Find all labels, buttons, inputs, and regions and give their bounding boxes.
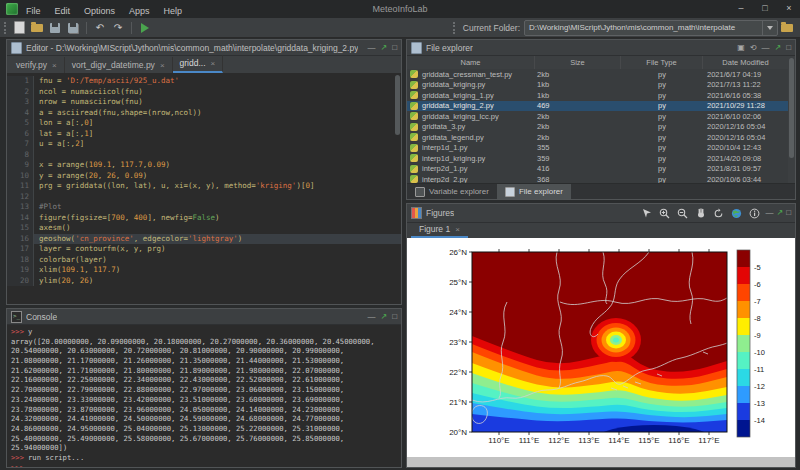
undo-button[interactable]: ↶ (92, 20, 108, 35)
current-folder-combobox[interactable]: D:\Working\MIScript\Jython\mis\common_ma… (524, 20, 778, 36)
globe-icon[interactable] (729, 206, 744, 220)
code-text: figure(figsize=[700, 400], newfig=False) (34, 213, 220, 224)
python-file-icon (410, 144, 418, 152)
console-line: 21.62000000, 21.71000000, 21.80000000, 2… (11, 366, 401, 376)
column-header-date-modified[interactable]: Date Modified (703, 56, 788, 69)
close-figure-icon[interactable]: × (455, 225, 460, 234)
editor-tab-gridd-[interactable]: gridd...× (173, 55, 224, 73)
table-row[interactable]: interp2d_1.py416py2021/8/31 09:57 (407, 164, 788, 175)
code-editor[interactable]: 1fnu = 'D:/Temp/ascii/925_u.dat'2ncol = … (7, 73, 401, 304)
refresh-icon[interactable]: ⟲ (750, 43, 757, 53)
minimize-panel-icon[interactable]: — (367, 312, 375, 322)
tab-figure-1[interactable]: Figure 1 × (411, 222, 468, 238)
pointer-icon[interactable] (639, 206, 654, 220)
editor-panel: Editor - D:\Working\MIScript\Jython\mis\… (6, 39, 402, 305)
float-panel-icon[interactable]: ↗ (380, 312, 387, 322)
zoom-in-icon[interactable] (657, 206, 672, 220)
editor-tab-verify-py[interactable]: verify.py× (9, 57, 65, 73)
chevron-down-icon[interactable] (762, 21, 777, 35)
minimize-icon[interactable]: – (730, 1, 752, 17)
menu-options[interactable]: Options (84, 6, 115, 16)
maximize-panel-icon[interactable]: □ (786, 43, 791, 53)
close-tab-icon[interactable]: × (52, 61, 57, 70)
minimize-panel-icon[interactable]: — (765, 208, 773, 218)
redo-button[interactable]: ↷ (110, 20, 126, 35)
code-segment: ] (310, 181, 315, 190)
close-icon[interactable]: × (778, 1, 800, 17)
column-header-name[interactable]: Name (407, 56, 535, 69)
close-tab-icon[interactable]: × (160, 61, 165, 70)
console-text: array([20.00000000, 20.09000000, 20.1800… (11, 337, 375, 346)
code-text: y = arange(20, 26, 0.09) (34, 171, 147, 182)
svg-text:-11: -11 (754, 365, 764, 374)
table-row[interactable]: griddata_kriging_1.py1kbpy2021/6/16 05:3… (407, 90, 788, 101)
console-text: y (28, 327, 32, 336)
code-segment: 109.1 (62, 265, 85, 274)
minimize-panel-icon[interactable]: — (761, 43, 769, 53)
save-all-button[interactable] (65, 20, 81, 35)
file-table-header[interactable]: NameSizeFile TypeDate Modified (407, 56, 788, 70)
menu-file[interactable]: File (26, 6, 41, 16)
table-row[interactable]: griddata_kriging_lcc.py2kbpy2021/6/10 02… (407, 111, 788, 122)
table-row[interactable]: gridtata_legend.py2kbpy2020/12/16 05:04 (407, 132, 788, 143)
code-segment: ) (165, 160, 170, 169)
figure-tab-label: Figure 1 (419, 224, 450, 234)
code-segment: 20 (62, 276, 71, 285)
minimize-panel-icon[interactable]: — (367, 43, 375, 53)
console-output[interactable]: >>>yarray([20.00000000, 20.09000000, 20.… (7, 325, 401, 467)
tab-variable-explorer[interactable]: Variable explorer (407, 184, 497, 199)
pan-hand-icon[interactable] (693, 206, 708, 220)
file-date-cell: 2020/12/16 05:04 (703, 133, 788, 142)
file-type-cell: py (621, 154, 703, 163)
code-line: 10y = arange(20, 26, 0.09) (7, 171, 401, 182)
run-script-button[interactable] (137, 20, 153, 35)
menu-help[interactable]: Help (164, 6, 183, 16)
open-file-button[interactable] (29, 20, 45, 35)
maximize-panel-icon[interactable]: □ (392, 312, 397, 322)
table-row[interactable]: griddata_cressman_test.py2kbpy2021/6/17 … (407, 69, 788, 80)
column-header-size[interactable]: Size (535, 56, 621, 69)
console-text: 25.40000000, 25.49000000, 25.58000000, 2… (11, 434, 344, 443)
menu-apps[interactable]: Apps (129, 6, 150, 16)
editor-tab-label: verify.py (16, 60, 47, 70)
close-tab-icon[interactable]: × (211, 59, 216, 68)
folder-grip (453, 22, 455, 34)
maximize-icon[interactable]: □ (754, 1, 776, 17)
browse-folder-button[interactable] (779, 20, 795, 35)
file-table-scrollbar[interactable] (788, 56, 795, 184)
rotate-icon[interactable] (711, 206, 726, 220)
contour-map-figure[interactable]: 110°E111°E112°E113°E114°E115°E116°E117°E… (407, 238, 795, 457)
save-button[interactable] (47, 20, 63, 35)
svg-text:-10: -10 (754, 348, 765, 357)
code-segment: a = asciiread(fnu,shape=(nrow,ncol)) (39, 108, 202, 117)
code-segment: geoshow( (39, 234, 75, 243)
float-panel-icon[interactable]: ↗ (774, 43, 781, 53)
editor-tab-vort_digv_datetime-py[interactable]: vort_digv_datetime.py× (65, 57, 173, 73)
editor-scrollbar[interactable] (395, 75, 400, 135)
console-text: 24.32000000, 24.41000000, 24.50000000, 2… (11, 414, 344, 423)
float-panel-icon[interactable]: ↗ (776, 208, 783, 218)
maximize-panel-icon[interactable]: □ (392, 43, 397, 53)
table-row[interactable]: gridtata_3.py2kbpy2020/12/16 05:04 (407, 122, 788, 133)
code-line: 14figure(figsize=[700, 400], newfig=Fals… (7, 213, 401, 224)
console-line: 24.32000000, 24.41000000, 24.50000000, 2… (11, 414, 401, 424)
new-file-button[interactable] (11, 20, 27, 35)
table-row[interactable]: interp1d_1.py355py2020/10/4 12:43 (407, 143, 788, 154)
identify-info-icon[interactable] (747, 206, 762, 220)
console-text: 21.08000000, 21.17000000, 21.26000000, 2… (11, 356, 344, 365)
float-panel-icon[interactable]: ↗ (380, 43, 387, 53)
tab-file-explorer[interactable]: File explorer (497, 184, 571, 199)
table-row[interactable]: griddata_kriging_2.py469py2021/10/29 11:… (407, 101, 788, 112)
svg-text:-7: -7 (754, 297, 761, 306)
zoom-out-icon[interactable] (675, 206, 690, 220)
menu-edit[interactable]: Edit (55, 6, 71, 16)
file-table: griddata_cressman_test.py2kbpy2021/6/17 … (407, 69, 788, 184)
line-number: 5 (7, 118, 34, 129)
console-text: 23.78000000, 23.87000000, 23.96000000, 2… (11, 405, 344, 414)
maximize-panel-icon[interactable]: □ (786, 208, 791, 218)
table-row[interactable]: griddata_kriging.py1kbpy2021/7/13 11:22 (407, 80, 788, 91)
table-row[interactable]: interp1d_kriging.py359py2021/4/20 09:08 (407, 153, 788, 164)
code-text: u = a[:,2] (34, 139, 84, 150)
new-folder-icon[interactable]: ▣ (737, 43, 745, 53)
column-header-file-type[interactable]: File Type (621, 56, 703, 69)
